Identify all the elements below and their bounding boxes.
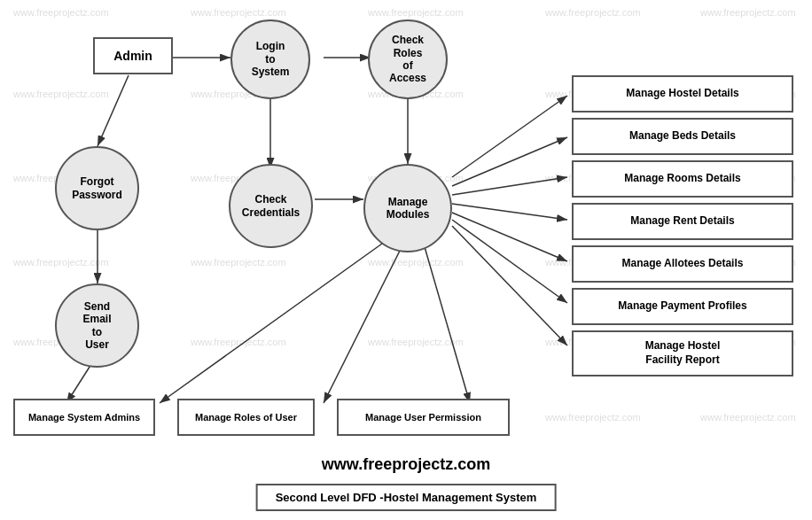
check-credentials-node: CheckCredentials (229, 164, 313, 248)
svg-line-16 (324, 235, 408, 403)
watermark-17: www.freeprojectz.com (191, 257, 286, 268)
footer-title: Second Level DFD -Hostel Management Syst… (256, 484, 557, 511)
manage-user-permission-node: Manage User Permission (337, 399, 510, 436)
manage-hostel-facility-node: Manage HostelFacility Report (572, 330, 793, 376)
svg-line-12 (452, 204, 567, 220)
svg-line-13 (452, 213, 567, 261)
watermark-18: www.freeprojectz.com (368, 257, 464, 268)
manage-modules-node: ManageModules (363, 164, 452, 252)
watermark-23: www.freeprojectz.com (368, 337, 464, 347)
watermark-22: www.freeprojectz.com (191, 337, 286, 347)
manage-rent-details-node: Manage Rent Details (572, 203, 793, 240)
watermark-1: www.freeprojectz.com (13, 7, 109, 18)
svg-line-14 (452, 220, 567, 303)
watermark-6: www.freeprojectz.com (13, 89, 109, 99)
manage-allotees-details-node: Manage Allotees Details (572, 245, 793, 283)
watermark-30: www.freeprojectz.com (700, 412, 796, 423)
manage-payment-profiles-node: Manage Payment Profiles (572, 288, 793, 325)
watermark-16: www.freeprojectz.com (13, 257, 109, 268)
watermark-3: www.freeprojectz.com (368, 7, 464, 18)
svg-line-11 (452, 177, 567, 195)
send-email-node: SendEmailtoUser (55, 283, 139, 368)
manage-system-admins-node: Manage System Admins (13, 399, 155, 436)
footer-website: www.freeprojectz.com (0, 455, 812, 474)
svg-line-15 (452, 226, 567, 345)
admin-node: Admin (93, 37, 173, 74)
svg-line-2 (98, 75, 129, 146)
forgot-password-node: ForgotPassword (55, 146, 139, 230)
login-node: LogintoSystem (230, 19, 310, 99)
svg-line-9 (452, 96, 567, 177)
svg-line-18 (160, 235, 394, 403)
watermark-29: www.freeprojectz.com (545, 412, 641, 423)
manage-rooms-details-node: Manage Rooms Details (572, 160, 793, 198)
manage-beds-details-node: Manage Beds Details (572, 118, 793, 155)
svg-line-10 (452, 137, 567, 186)
watermark-2: www.freeprojectz.com (191, 7, 286, 18)
check-roles-node: CheckRolesofAccess (368, 19, 448, 99)
svg-line-17 (421, 235, 470, 403)
watermark-4: www.freeprojectz.com (545, 7, 641, 18)
manage-hostel-details-node: Manage Hostel Details (572, 75, 793, 113)
manage-roles-user-node: Manage Roles of User (177, 399, 315, 436)
watermark-5: www.freeprojectz.com (700, 7, 796, 18)
